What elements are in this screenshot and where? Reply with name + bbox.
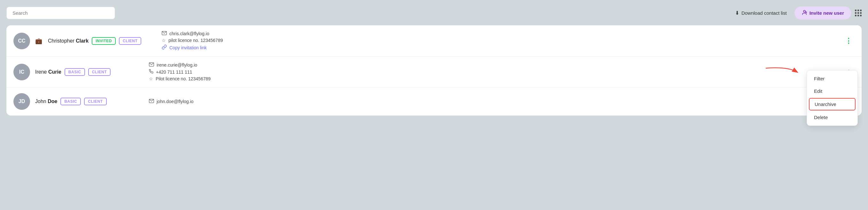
basic-badge: BASIC [60, 98, 81, 105]
user-name: John Doe [35, 99, 57, 104]
copy-link-line: Copy invitation link [162, 45, 837, 51]
download-label: Download contact list [741, 10, 787, 16]
phone-line: +420 711 111 111 [149, 69, 838, 75]
table-row: JD John Doe BASIC CLIENT john.doe@flylog… [6, 87, 862, 115]
avatar-initials: IC [19, 69, 24, 75]
user-name: Christopher Clark [48, 38, 89, 44]
search-input[interactable] [6, 7, 115, 19]
email-line: irene.curie@flylog.io [149, 62, 838, 68]
user-list: CC 💼 Christopher Clark INVITED CLIENT ch… [6, 25, 862, 115]
client-badge: CLIENT [84, 98, 106, 105]
licence-value: pilot licence no. 123456789 [168, 38, 223, 43]
mail-icon [149, 99, 154, 104]
link-icon [162, 45, 167, 51]
avatar-initials: CC [18, 38, 25, 44]
more-options-button[interactable]: ⋮ [842, 35, 855, 46]
basic-badge: BASIC [65, 68, 85, 76]
suitcase-icon: 💼 [35, 37, 42, 45]
add-user-icon [802, 9, 807, 16]
email-line: chris.clark@flylog.io [162, 31, 837, 36]
grid-dot [855, 9, 857, 11]
edit-menu-item[interactable]: Edit [807, 85, 858, 97]
avatar-initials: JD [19, 99, 25, 104]
grid-dot [855, 12, 857, 14]
email-value: john.doe@flylog.io [157, 99, 193, 104]
grid-dot [858, 12, 859, 14]
invited-badge: INVITED [92, 37, 116, 45]
licence-line: ☆ Pilot licence no. 123456789 [149, 76, 838, 81]
row-actions: ⋮ Filter Edit Unarchive Delete [843, 67, 855, 77]
grid-dot [860, 12, 862, 14]
invite-new-user-button[interactable]: Invite new user [795, 6, 851, 20]
user-name: Irene Curie [35, 69, 61, 75]
email-value: irene.curie@flylog.io [157, 62, 197, 68]
email-line: john.doe@flylog.io [149, 99, 838, 104]
table-row: IC Irene Curie BASIC CLIENT irene.curie@… [6, 57, 862, 87]
download-contact-list-button[interactable]: ⬇ Download contact list [731, 7, 790, 19]
table-row: CC 💼 Christopher Clark INVITED CLIENT ch… [6, 25, 862, 57]
grid-dot [855, 15, 857, 16]
avatar: JD [13, 93, 30, 110]
user-info: john.doe@flylog.io [149, 99, 838, 104]
grid-dot [860, 15, 862, 16]
mail-icon [162, 31, 167, 36]
top-bar: ⬇ Download contact list Invite new user [6, 6, 862, 20]
grid-view-button[interactable] [855, 9, 862, 16]
client-badge: CLIENT [119, 37, 141, 45]
download-icon: ⬇ [735, 10, 739, 16]
user-name-area: Christopher Clark INVITED CLIENT [48, 37, 150, 45]
context-menu: Filter Edit Unarchive Delete [807, 70, 858, 126]
copy-invitation-link[interactable]: Copy invitation link [169, 45, 207, 50]
licence-value: Pilot licence no. 123456789 [156, 76, 211, 81]
user-name-area: Irene Curie BASIC CLIENT [35, 68, 137, 76]
phone-value: +420 711 111 111 [156, 70, 192, 75]
delete-menu-item[interactable]: Delete [807, 111, 858, 124]
user-info: irene.curie@flylog.io +420 711 111 111 ☆… [149, 62, 838, 81]
avatar: CC [13, 33, 30, 49]
user-info: chris.clark@flylog.io ☆ pilot licence no… [162, 31, 837, 51]
grid-dot [860, 9, 862, 11]
avatar: IC [13, 64, 30, 80]
licence-line: ☆ pilot licence no. 123456789 [162, 38, 837, 43]
filter-menu-item[interactable]: Filter [807, 72, 858, 85]
phone-icon [149, 69, 153, 75]
client-badge: CLIENT [88, 68, 111, 76]
svg-point-0 [803, 10, 805, 12]
invite-label: Invite new user [809, 10, 844, 16]
grid-dot [858, 15, 859, 16]
row-actions: ⋮ [842, 35, 855, 46]
unarchive-menu-item[interactable]: Unarchive [809, 98, 856, 110]
mail-icon [149, 62, 154, 68]
user-name-area: John Doe BASIC CLIENT [35, 98, 137, 105]
star-icon: ☆ [162, 38, 166, 43]
grid-dot [858, 9, 859, 11]
email-value: chris.clark@flylog.io [169, 31, 209, 36]
star-icon: ☆ [149, 76, 153, 81]
top-bar-actions: ⬇ Download contact list Invite new user [731, 6, 862, 20]
